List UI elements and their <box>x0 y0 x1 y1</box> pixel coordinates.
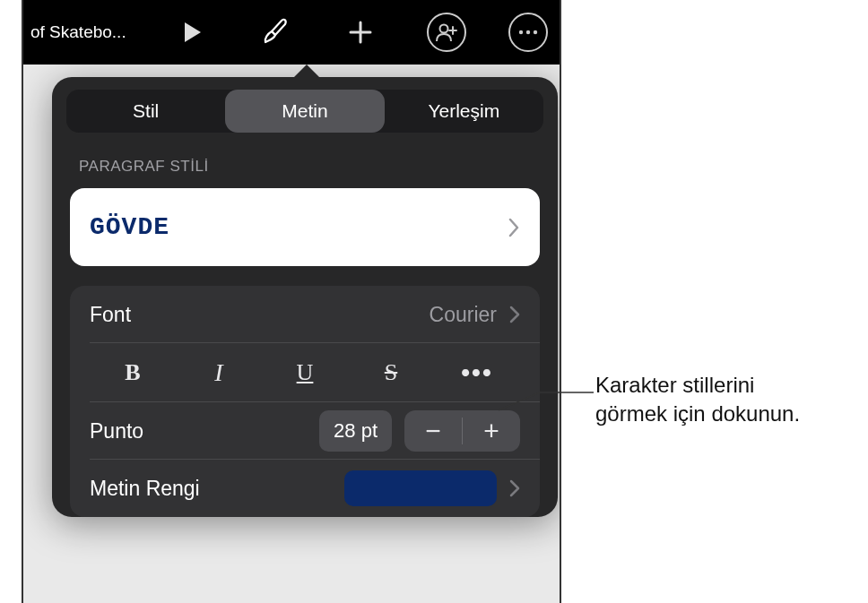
format-tabs: Stil Metin Yerleşim <box>66 90 543 133</box>
chevron-right-icon <box>509 306 520 323</box>
text-color-row[interactable]: Metin Rengi <box>70 460 540 517</box>
paragraph-style-value: GÖVDE <box>90 213 169 241</box>
size-increase-button[interactable]: + <box>463 410 520 452</box>
strikethrough-button[interactable]: S <box>348 352 434 393</box>
tab-layout[interactable]: Yerleşim <box>385 90 543 133</box>
play-icon <box>183 22 203 43</box>
character-style-row: B I U S ••• <box>70 343 540 402</box>
chevron-right-icon <box>508 218 520 237</box>
svg-point-1 <box>519 30 523 34</box>
paragraph-style-label: PARAGRAF STİLİ <box>79 158 531 176</box>
size-row: Punto 28 pt − + <box>70 402 540 460</box>
text-color-swatch[interactable] <box>344 470 497 506</box>
size-decrease-button[interactable]: − <box>404 410 462 452</box>
italic-button[interactable]: I <box>176 352 262 393</box>
bold-button[interactable]: B <box>90 352 176 393</box>
more-button[interactable] <box>504 7 552 57</box>
format-popover: Stil Metin Yerleşim PARAGRAF STİLİ GÖVDE… <box>52 77 558 517</box>
ellipsis-icon <box>517 29 539 36</box>
brush-icon <box>259 17 290 47</box>
font-row[interactable]: Font Courier <box>70 286 540 343</box>
add-button[interactable] <box>336 7 385 57</box>
svg-point-0 <box>440 25 448 33</box>
callout-line-1: Karakter stillerini <box>595 371 800 400</box>
callout-line-2: görmek için dokunun. <box>595 400 800 428</box>
size-label: Punto <box>90 419 143 444</box>
svg-point-2 <box>526 30 530 34</box>
chevron-right-icon <box>509 479 520 497</box>
text-settings-card: Font Courier B I U S ••• Punto 28 pt <box>70 286 540 517</box>
text-color-label: Metin Rengi <box>90 477 200 501</box>
underline-button[interactable]: U <box>262 352 348 393</box>
play-button[interactable] <box>169 7 217 57</box>
font-value: Courier <box>430 303 497 327</box>
callout-text: Karakter stillerini görmek için dokunun. <box>595 371 800 429</box>
paragraph-style-selector[interactable]: GÖVDE <box>70 188 540 266</box>
font-label: Font <box>90 303 131 327</box>
tab-style[interactable]: Stil <box>66 90 225 133</box>
document-title[interactable]: of Skatebo... <box>30 22 160 42</box>
svg-point-3 <box>534 30 537 34</box>
top-toolbar: of Skatebo... <box>23 0 560 65</box>
tab-text[interactable]: Metin <box>225 90 384 133</box>
size-stepper: − + <box>404 410 520 452</box>
person-plus-icon <box>435 22 458 42</box>
format-brush-button[interactable] <box>250 7 299 57</box>
plus-icon <box>347 19 374 46</box>
app-frame: of Skatebo... <box>22 0 561 603</box>
more-character-styles-button[interactable]: ••• <box>434 352 520 393</box>
collaborate-button[interactable] <box>423 7 472 57</box>
size-value[interactable]: 28 pt <box>319 410 392 452</box>
